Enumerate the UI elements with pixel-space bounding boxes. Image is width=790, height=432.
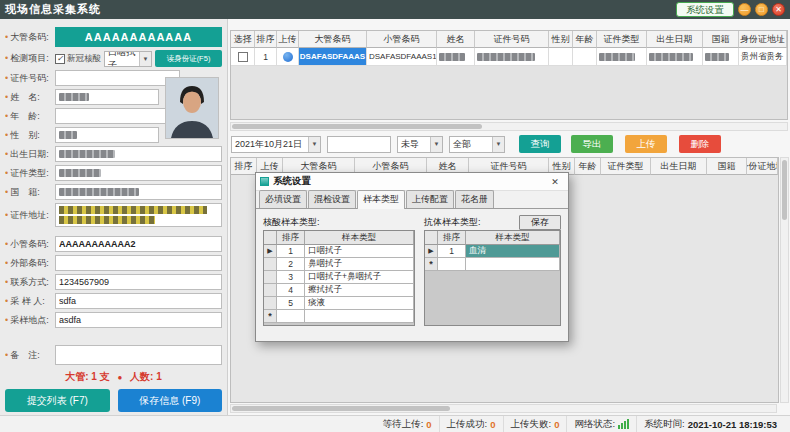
address-cell[interactable]: 贵州省贵务 [739, 48, 787, 66]
minimize-icon[interactable]: — [738, 3, 751, 16]
record-row[interactable]: 1 DSAFASDFAAAS DSAFASDFAAAS1 贵州省贵务 [231, 48, 787, 66]
sampler-input[interactable] [55, 293, 222, 309]
submit-list-button[interactable]: 提交列表 (F7) [5, 389, 110, 412]
scrollbar-thumb[interactable] [782, 160, 787, 220]
gender-field[interactable] [55, 127, 159, 143]
birth-date-field[interactable] [55, 146, 222, 162]
delete-button[interactable]: 删除 [679, 135, 721, 153]
sample-type-select[interactable]: 口咽拭子 ▼ [104, 51, 152, 67]
chevron-down-icon[interactable]: ▼ [308, 137, 320, 152]
order-cell[interactable]: 2 [277, 258, 305, 271]
order-cell[interactable]: 1 [277, 245, 305, 258]
grid-row[interactable]: ▶ 1 口咽拭子 [264, 245, 414, 258]
column-header-birth-date[interactable]: 出生日期 [647, 31, 703, 48]
sample-type-cell-selected[interactable]: 血清 [466, 245, 560, 258]
column-header-order[interactable]: 排序 [231, 158, 257, 175]
id-number-input[interactable] [55, 70, 180, 86]
column-header-id-address[interactable]: 身份证地址 [739, 31, 787, 48]
column-header-name[interactable]: 姓名 [437, 31, 475, 48]
grid-column-sample-type[interactable]: 样本类型 [466, 231, 560, 245]
grid-column-sample-type[interactable]: 样本类型 [305, 231, 414, 245]
close-icon[interactable]: ✕ [772, 3, 785, 16]
column-header-gender[interactable]: 性别 [549, 31, 573, 48]
query-button[interactable]: 查询 [519, 135, 561, 153]
nationality-field[interactable] [55, 184, 222, 200]
order-cell[interactable]: 1 [438, 245, 466, 258]
read-id-card-button[interactable]: 读身份证(F5) [155, 50, 222, 67]
records-table-hscrollbar[interactable] [230, 122, 788, 131]
save-info-button[interactable]: 保存信息 (F9) [118, 389, 223, 412]
id-type-field[interactable] [55, 165, 222, 181]
order-cell[interactable] [277, 310, 305, 323]
column-header-id-address[interactable]: 身份证地址 [747, 158, 778, 175]
age-input[interactable] [55, 108, 180, 124]
tab-sample-type[interactable]: 样本类型 [357, 190, 405, 209]
order-cell[interactable]: 3 [277, 271, 305, 284]
nationality-cell[interactable] [703, 48, 739, 66]
order-cell[interactable]: 5 [277, 297, 305, 310]
results-table-vscrollbar[interactable] [780, 157, 789, 403]
sample-type-cell[interactable] [466, 258, 560, 271]
chevron-down-icon[interactable]: ▼ [139, 52, 151, 66]
date-select[interactable]: 2021年10月21日 ▼ [231, 136, 321, 153]
scrollbar-thumb[interactable] [232, 406, 450, 411]
tab-mixed-settings[interactable]: 混检设置 [308, 190, 356, 208]
name-cell[interactable] [437, 48, 475, 66]
age-cell[interactable] [573, 48, 597, 66]
column-header-id-type[interactable]: 证件类型 [601, 158, 651, 175]
column-header-big-barcode[interactable]: 大管条码 [299, 31, 367, 48]
system-settings-button[interactable]: 系统设置 [676, 2, 734, 17]
column-header-id-type[interactable]: 证件类型 [597, 31, 647, 48]
small-barcode-cell[interactable]: DSAFASDFAAAS1 [367, 48, 437, 66]
row-checkbox[interactable] [238, 52, 248, 62]
column-header-id-number[interactable]: 证件号码 [475, 31, 549, 48]
covid-test-checkbox[interactable]: ✓ [55, 54, 65, 64]
order-cell[interactable]: 4 [277, 284, 305, 297]
contact-input[interactable] [55, 274, 222, 290]
id-number-cell[interactable] [475, 48, 549, 66]
name-field[interactable] [55, 89, 159, 105]
column-header-nationality[interactable]: 国籍 [703, 31, 739, 48]
dialog-titlebar[interactable]: 系统设置 ✕ [256, 173, 568, 191]
scrollbar-thumb[interactable] [232, 124, 482, 129]
select-cell[interactable] [231, 48, 255, 66]
column-header-nationality[interactable]: 国籍 [707, 158, 747, 175]
restore-icon[interactable]: □ [755, 3, 768, 16]
small-barcode-input[interactable] [55, 236, 222, 252]
column-header-small-barcode[interactable]: 小管条码 [367, 31, 437, 48]
grid-row[interactable]: 4 擦拭拭子 [264, 284, 414, 297]
column-header-birth-date[interactable]: 出生日期 [651, 158, 707, 175]
column-header-age[interactable]: 年龄 [573, 31, 597, 48]
grid-new-row[interactable]: * [264, 310, 414, 323]
sample-location-input[interactable] [55, 312, 222, 328]
birth-date-cell[interactable] [647, 48, 703, 66]
column-header-select[interactable]: 选择 [231, 31, 255, 48]
big-barcode-cell[interactable]: DSAFASDFAAAS [299, 48, 367, 66]
order-cell[interactable]: 1 [255, 48, 277, 66]
grid-row[interactable]: 3 口咽拭子+鼻咽拭子 [264, 271, 414, 284]
upload-button[interactable]: 上传 [625, 135, 667, 153]
column-header-upload[interactable]: 上传 [277, 31, 299, 48]
sample-type-cell[interactable]: 口咽拭子 [305, 245, 414, 258]
external-barcode-input[interactable] [55, 255, 222, 271]
sample-type-cell[interactable]: 痰液 [305, 297, 414, 310]
export-button[interactable]: 导出 [571, 135, 613, 153]
dialog-close-icon[interactable]: ✕ [546, 177, 564, 187]
grid-row[interactable]: 2 鼻咽拭子 [264, 258, 414, 271]
order-cell[interactable] [438, 258, 466, 271]
upload-status-cell[interactable] [277, 48, 299, 66]
grid-new-row[interactable]: * [425, 258, 560, 271]
keyword-input[interactable] [327, 136, 391, 153]
grid-row[interactable]: ▶ 1 血清 [425, 245, 560, 258]
main-barcode-display[interactable]: AAAAAAAAAAAA [55, 27, 222, 47]
results-table-hscrollbar[interactable] [230, 404, 777, 413]
dialog-save-button[interactable]: 保存 [519, 215, 561, 230]
grid-column-order[interactable]: 排序 [277, 231, 305, 245]
id-type-cell[interactable] [597, 48, 647, 66]
scope-select[interactable]: 全部 ▼ [449, 136, 505, 153]
tab-upload-config[interactable]: 上传配置 [406, 190, 454, 208]
column-header-age[interactable]: 年龄 [575, 158, 601, 175]
chevron-down-icon[interactable]: ▼ [492, 137, 504, 152]
remark-input[interactable] [55, 345, 222, 365]
tab-roster[interactable]: 花名册 [455, 190, 494, 208]
